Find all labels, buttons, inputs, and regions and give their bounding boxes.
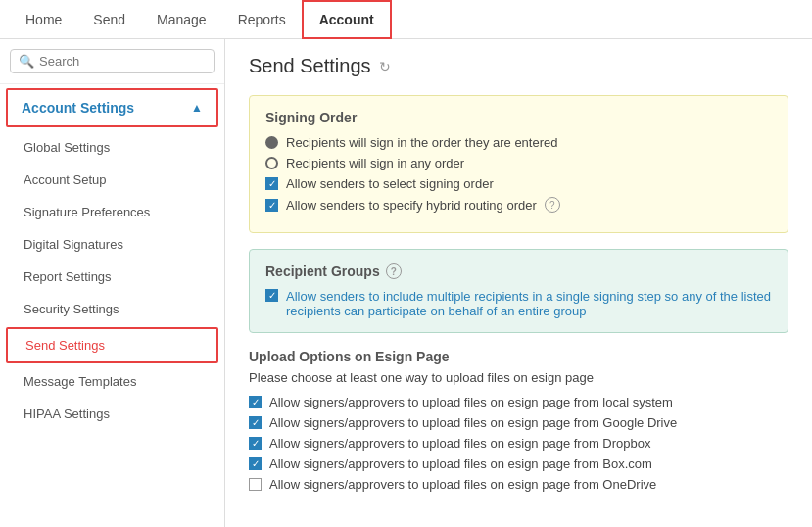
signing-order-label-3: Allow senders to select signing order <box>286 176 494 191</box>
upload-item-3: ✓ Allow signers/approvers to upload file… <box>249 436 788 451</box>
search-wrapper[interactable]: 🔍 <box>10 49 215 73</box>
nav-home[interactable]: Home <box>10 0 77 39</box>
upload-label-5: Allow signers/approvers to upload files … <box>269 477 656 492</box>
signing-order-item-3: ✓ Allow senders to select signing order <box>265 176 772 191</box>
sidebar-item-hipaa-settings[interactable]: HIPAA Settings <box>0 398 224 430</box>
signing-order-section: Signing Order Recipients will sign in th… <box>249 95 788 233</box>
sidebar-item-report-settings[interactable]: Report Settings <box>0 261 224 293</box>
upload-checkbox-5[interactable] <box>249 478 262 491</box>
sidebar-item-message-templates[interactable]: Message Templates <box>0 365 224 398</box>
upload-item-1: ✓ Allow signers/approvers to upload file… <box>249 395 788 409</box>
sidebar: 🔍 Account Settings ▲ Global Settings Acc… <box>0 39 225 527</box>
upload-item-4: ✓ Allow signers/approvers to upload file… <box>249 456 788 471</box>
recipient-groups-help-icon[interactable]: ? <box>386 264 402 279</box>
signing-order-item-2: Recipients will sign in any order <box>265 156 772 170</box>
checkbox-checked-icon-2[interactable]: ✓ <box>265 199 278 212</box>
sidebar-item-signature-preferences[interactable]: Signature Preferences <box>0 196 224 228</box>
upload-label-2: Allow signers/approvers to upload files … <box>269 415 677 430</box>
page-title: Send Settings ↻ <box>249 55 788 77</box>
refresh-icon[interactable]: ↻ <box>379 59 391 74</box>
main-layout: 🔍 Account Settings ▲ Global Settings Acc… <box>0 39 812 527</box>
sidebar-item-global-settings[interactable]: Global Settings <box>0 131 224 164</box>
search-input[interactable] <box>39 54 206 69</box>
chevron-up-icon: ▲ <box>191 101 203 115</box>
signing-order-label-4: Allow senders to specify hybrid routing … <box>286 198 537 213</box>
signing-order-item-1: Recipients will sign in the order they a… <box>265 135 772 150</box>
signing-order-item-4: ✓ Allow senders to specify hybrid routin… <box>265 197 772 213</box>
checkbox-checked-icon-1[interactable]: ✓ <box>265 177 278 190</box>
nav-account[interactable]: Account <box>302 0 392 39</box>
radio-filled-icon[interactable] <box>265 136 278 149</box>
sidebar-item-security-settings[interactable]: Security Settings <box>0 293 224 325</box>
signing-order-title: Signing Order <box>265 110 772 125</box>
nav-send[interactable]: Send <box>77 0 141 39</box>
signing-order-label-1: Recipients will sign in the order they a… <box>286 135 557 150</box>
recipient-groups-title-text: Recipient Groups <box>265 264 380 279</box>
recipient-groups-text: Allow senders to include multiple recipi… <box>286 289 772 318</box>
recipient-groups-content: ✓ Allow senders to include multiple reci… <box>265 289 772 318</box>
upload-checkbox-1[interactable]: ✓ <box>249 396 262 408</box>
sidebar-item-send-settings[interactable]: Send Settings <box>6 327 218 363</box>
nav-manage[interactable]: Manage <box>141 0 222 39</box>
sidebar-item-digital-signatures[interactable]: Digital Signatures <box>0 228 224 261</box>
sidebar-nav: Account Settings ▲ Global Settings Accou… <box>0 84 224 527</box>
upload-item-5: Allow signers/approvers to upload files … <box>249 477 788 492</box>
upload-options-section: Upload Options on Esign Page Please choo… <box>249 349 788 492</box>
recipient-groups-checkbox[interactable]: ✓ <box>265 289 278 302</box>
signing-order-label-2: Recipients will sign in any order <box>286 156 464 170</box>
upload-checkbox-4[interactable]: ✓ <box>249 457 262 470</box>
recipient-groups-section: Recipient Groups ? ✓ Allow senders to in… <box>249 249 788 333</box>
upload-checkbox-2[interactable]: ✓ <box>249 416 262 429</box>
upload-item-2: ✓ Allow signers/approvers to upload file… <box>249 415 788 430</box>
sidebar-item-account-setup[interactable]: Account Setup <box>0 164 224 196</box>
upload-options-title: Upload Options on Esign Page <box>249 349 788 364</box>
top-nav: Home Send Manage Reports Account <box>0 0 812 39</box>
upload-label-1: Allow signers/approvers to upload files … <box>269 395 673 409</box>
radio-empty-icon[interactable] <box>265 157 278 169</box>
signing-order-help-icon[interactable]: ? <box>545 197 560 213</box>
account-settings-header[interactable]: Account Settings ▲ <box>6 88 218 127</box>
upload-label-4: Allow signers/approvers to upload files … <box>269 456 652 471</box>
search-icon: 🔍 <box>19 54 34 69</box>
account-settings-label: Account Settings <box>22 100 134 116</box>
main-content: Send Settings ↻ Signing Order Recipients… <box>225 39 812 527</box>
upload-checkbox-3[interactable]: ✓ <box>249 437 262 450</box>
search-box: 🔍 <box>0 39 224 84</box>
upload-options-subtitle: Please choose at least one way to upload… <box>249 370 788 385</box>
page-title-text: Send Settings <box>249 55 371 77</box>
nav-reports[interactable]: Reports <box>222 0 302 39</box>
recipient-groups-title: Recipient Groups ? <box>265 264 772 279</box>
upload-label-3: Allow signers/approvers to upload files … <box>269 436 651 451</box>
